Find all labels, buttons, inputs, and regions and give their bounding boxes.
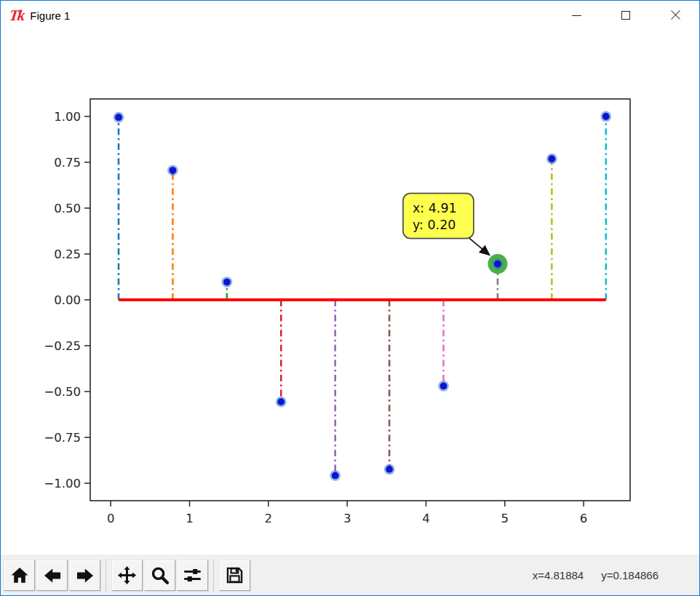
y-tick-label: −1.00 — [44, 477, 81, 490]
minimize-button[interactable] — [560, 1, 593, 30]
status-x-value: x=4.81884 — [533, 569, 584, 581]
data-point-marker[interactable] — [548, 155, 555, 162]
maximize-button[interactable] — [609, 1, 643, 30]
x-tick-label: 4 — [422, 512, 430, 525]
data-point-marker[interactable] — [115, 114, 122, 121]
x-tick-label: 5 — [501, 512, 509, 525]
y-tick-label: −0.25 — [44, 339, 81, 353]
data-point-marker[interactable] — [440, 383, 448, 390]
navigation-toolbar: x=4.81884 y=0.184866 — [1, 555, 699, 596]
maximize-icon — [621, 11, 630, 20]
y-tick-label: −0.50 — [44, 385, 81, 399]
close-icon — [670, 10, 680, 20]
y-tick-label: 0.25 — [54, 247, 81, 261]
annotation-text: y: 0.20 — [413, 218, 456, 232]
data-point-marker[interactable] — [386, 466, 393, 473]
arrow-right-icon — [76, 566, 95, 585]
annotation-arrow — [468, 237, 490, 255]
y-tick-label: 0.75 — [54, 156, 81, 170]
figure-window: Tk Figure 1 0123456−1.00−0.75−0.50−0.250… — [0, 0, 700, 596]
magnifier-icon — [150, 565, 170, 585]
window-title: Figure 1 — [30, 9, 70, 22]
floppy-icon — [225, 565, 244, 585]
data-point-marker[interactable] — [332, 472, 339, 480]
x-tick-label: 0 — [107, 512, 115, 525]
minimize-icon — [572, 15, 581, 16]
zoom-rect-button[interactable] — [144, 560, 175, 591]
window-controls — [544, 1, 692, 30]
x-tick-label: 3 — [343, 512, 351, 525]
close-button[interactable] — [659, 1, 692, 30]
y-tick-label: 0.00 — [54, 293, 81, 307]
data-point-marker[interactable] — [277, 398, 285, 405]
back-button[interactable] — [36, 560, 68, 591]
configure-subplots-button[interactable] — [177, 560, 208, 591]
home-icon — [10, 566, 29, 585]
data-point-marker[interactable] — [602, 113, 610, 120]
figure-canvas[interactable]: 0123456−1.00−0.75−0.50−0.250.000.250.500… — [1, 30, 699, 555]
x-tick-label: 1 — [186, 512, 194, 525]
arrow-left-icon — [43, 566, 62, 585]
save-button[interactable] — [219, 560, 250, 591]
x-tick-label: 6 — [580, 512, 588, 525]
sliders-icon — [183, 565, 202, 585]
x-tick-label: 2 — [265, 512, 273, 525]
forward-button[interactable] — [69, 560, 100, 591]
title-bar[interactable]: Tk Figure 1 — [1, 1, 699, 30]
home-button[interactable] — [4, 560, 35, 591]
move-icon — [117, 565, 137, 585]
stem-plot[interactable]: 0123456−1.00−0.75−0.50−0.250.000.250.500… — [1, 30, 699, 555]
cursor-status: x=4.81884 y=0.184866 — [533, 569, 699, 581]
y-tick-label: 0.50 — [54, 202, 81, 215]
y-tick-label: 1.00 — [54, 110, 81, 124]
y-tick-label: −0.75 — [44, 431, 81, 445]
data-point-marker[interactable] — [170, 167, 177, 174]
pan-button[interactable] — [111, 560, 143, 591]
status-y-value: y=0.184866 — [601, 569, 659, 581]
data-point-marker[interactable] — [223, 279, 231, 286]
tk-logo-icon: Tk — [9, 8, 25, 23]
annotation-text: x: 4.91 — [413, 201, 457, 215]
toolbar-separator — [213, 559, 214, 592]
toolbar-separator — [106, 559, 106, 592]
data-point-marker[interactable] — [494, 261, 501, 268]
